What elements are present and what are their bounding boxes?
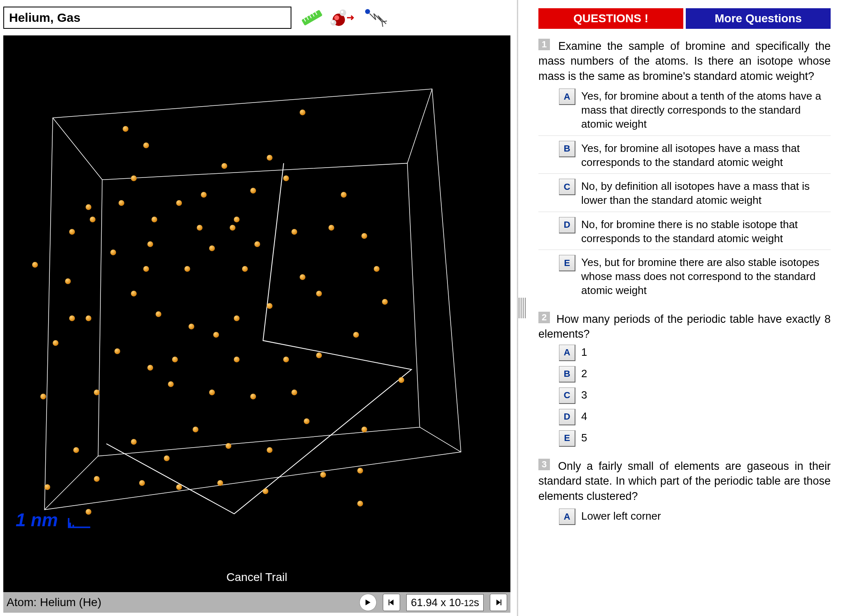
atom-dot[interactable] <box>250 394 256 399</box>
atom-dot[interactable] <box>250 188 256 194</box>
atom-dot[interactable] <box>176 484 182 490</box>
answer-button[interactable]: A <box>559 345 575 361</box>
atom-dot[interactable] <box>254 241 260 247</box>
atom-dot[interactable] <box>86 509 91 515</box>
tab-more-questions[interactable]: More Questions <box>686 8 831 29</box>
step-forward-button[interactable] <box>490 594 507 611</box>
atom-dot[interactable] <box>226 443 231 449</box>
atom-dot[interactable] <box>131 175 137 181</box>
atom-dot[interactable] <box>73 447 79 453</box>
atom-dot[interactable] <box>86 315 91 321</box>
atom-dot[interactable] <box>123 126 128 132</box>
atom-dot[interactable] <box>221 163 227 169</box>
answer-button[interactable]: C <box>559 387 575 404</box>
atom-dot[interactable] <box>172 357 178 362</box>
atom-dot[interactable] <box>283 175 289 181</box>
atom-dot[interactable] <box>234 217 240 222</box>
answer-button[interactable]: A <box>559 89 575 105</box>
atom-dot[interactable] <box>263 488 268 494</box>
atom-dot[interactable] <box>267 447 272 453</box>
atom-dot[interactable] <box>213 332 219 338</box>
atom-dot[interactable] <box>176 200 182 206</box>
atom-dot[interactable] <box>114 348 120 354</box>
atom-dot[interactable] <box>316 291 322 296</box>
atom-dot[interactable] <box>341 192 347 198</box>
atom-dot[interactable] <box>234 357 240 362</box>
atom-dot[interactable] <box>139 480 145 486</box>
atom-dot[interactable] <box>69 229 75 235</box>
atom-dot[interactable] <box>119 200 124 206</box>
play-button[interactable] <box>359 594 377 611</box>
atom-dot[interactable] <box>44 484 50 490</box>
answer-button[interactable]: D <box>559 409 575 425</box>
atom-dot[interactable] <box>209 245 215 251</box>
atom-dot[interactable] <box>193 427 198 432</box>
atom-dot[interactable] <box>143 266 149 272</box>
atom-dot[interactable] <box>361 427 367 432</box>
step-back-button[interactable] <box>383 594 400 611</box>
atom-dot[interactable] <box>374 266 380 272</box>
atom-dot[interactable] <box>230 225 235 231</box>
atom-dot[interactable] <box>40 394 46 399</box>
atom-dot[interactable] <box>283 357 289 362</box>
answer-button[interactable]: B <box>559 366 575 383</box>
atom-dot[interactable] <box>53 340 58 346</box>
atom-dot[interactable] <box>197 225 203 231</box>
atom-dot[interactable] <box>398 377 404 383</box>
atom-dot[interactable] <box>316 352 322 358</box>
answer-button[interactable]: B <box>559 141 575 157</box>
answer-button[interactable]: E <box>559 430 575 447</box>
atom-dot[interactable] <box>357 468 363 474</box>
atom-dot[interactable] <box>143 142 149 148</box>
atom-dot[interactable] <box>382 299 388 305</box>
answer-button[interactable]: D <box>559 217 575 233</box>
atom-dot[interactable] <box>291 229 297 235</box>
atom-dot[interactable] <box>184 266 190 272</box>
tab-questions[interactable]: QUESTIONS ! <box>538 8 683 29</box>
atom-dot[interactable] <box>32 262 38 268</box>
atom-dot[interactable] <box>69 315 75 321</box>
simulation-canvas[interactable]: 1 nm Cancel Trail <box>3 35 510 592</box>
atom-dot[interactable] <box>168 381 174 387</box>
atom-dot[interactable] <box>320 472 326 478</box>
atom-dot[interactable] <box>209 390 215 395</box>
atom-dot[interactable] <box>189 324 194 329</box>
atom-dot[interactable] <box>156 311 161 317</box>
atom-dot[interactable] <box>94 476 100 482</box>
atom-dot[interactable] <box>234 315 240 321</box>
atom-dot[interactable] <box>242 266 248 272</box>
sample-title[interactable]: Helium, Gas <box>3 7 291 29</box>
svg-line-15 <box>420 427 461 452</box>
atom-dot[interactable] <box>65 278 71 284</box>
atom-dot[interactable] <box>357 501 363 506</box>
atom-dot[interactable] <box>110 250 116 255</box>
atom-dot[interactable] <box>291 390 297 395</box>
atom-dot[interactable] <box>147 365 153 371</box>
atom-dot[interactable] <box>90 217 95 222</box>
atom-dot[interactable] <box>131 291 137 296</box>
atom-dot[interactable] <box>267 155 272 161</box>
atom-dot[interactable] <box>86 204 91 210</box>
atom-dot[interactable] <box>94 390 100 395</box>
atom-dot[interactable] <box>267 303 272 309</box>
atom-dot[interactable] <box>164 455 170 461</box>
atom-dot[interactable] <box>304 418 310 424</box>
ruler-icon[interactable] <box>300 7 324 28</box>
atom-dot[interactable] <box>147 241 153 247</box>
atom-dot[interactable] <box>328 225 334 231</box>
answer-button[interactable]: C <box>559 179 575 195</box>
atom-dot[interactable] <box>300 110 305 115</box>
particle-trail-icon[interactable] <box>361 5 390 30</box>
atom-dot[interactable] <box>300 274 305 280</box>
atom-dot[interactable] <box>361 233 367 239</box>
atom-dot[interactable] <box>151 217 157 222</box>
panel-divider[interactable] <box>514 0 530 616</box>
cancel-trail-button[interactable]: Cancel Trail <box>226 571 287 584</box>
answer-button[interactable]: A <box>559 509 575 525</box>
answer-button[interactable]: E <box>559 255 575 271</box>
atom-dot[interactable] <box>217 480 223 486</box>
atom-dot[interactable] <box>353 332 359 338</box>
molecule-model-icon[interactable] <box>328 5 357 30</box>
atom-dot[interactable] <box>131 439 137 445</box>
atom-dot[interactable] <box>201 192 207 198</box>
